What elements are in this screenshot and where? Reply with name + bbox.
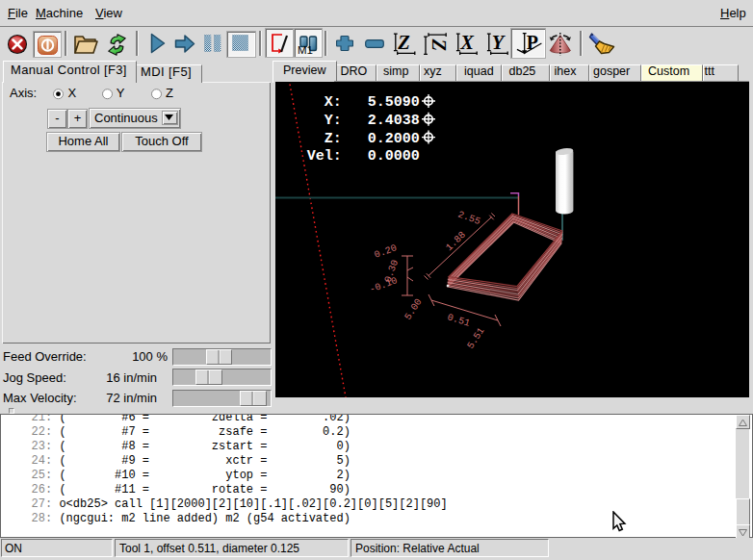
svg-text:X: X [459,32,475,53]
svg-text:Z: Z [428,38,448,52]
svg-text:Z: 0.2000: Z: 0.2000 [307,131,420,147]
svg-text:M1: M1 [298,44,313,56]
svg-text:5.00: 5.00 [402,297,424,322]
svg-text:0.51: 0.51 [446,312,471,329]
svg-text:Vel: 0.0000: Vel: 0.0000 [307,148,420,165]
svg-text:P: P [527,32,538,53]
svg-text:0.20: 0.20 [373,242,398,261]
svg-text:Y: Y [492,32,506,53]
svg-text:2.55: 2.55 [456,209,481,227]
svg-text:Y: 2.4038: Y: 2.4038 [307,113,420,129]
svg-text:Z: Z [397,32,410,53]
svg-text:X: 5.5090: X: 5.5090 [307,94,420,111]
svg-text:5.51: 5.51 [465,326,486,351]
